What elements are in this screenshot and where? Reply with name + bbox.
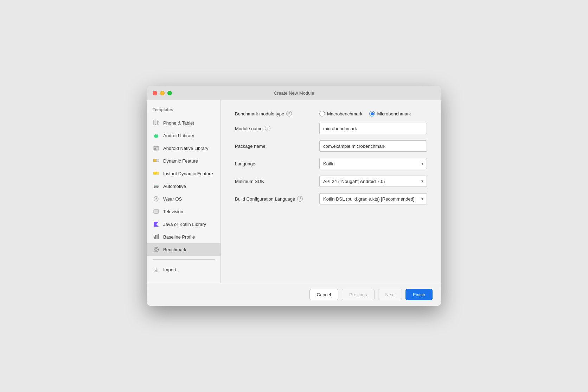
microbenchmark-option[interactable]: Microbenchmark xyxy=(369,111,411,116)
language-control: Kotlin Java xyxy=(319,158,427,169)
sidebar-item-java-kotlin-library[interactable]: Java or Kotlin Library xyxy=(147,218,220,230)
sidebar-divider xyxy=(153,259,215,260)
dynamic-feature-icon xyxy=(153,157,160,164)
sidebar-item-wear-os[interactable]: Wear OS xyxy=(147,192,220,205)
build-config-lang-select[interactable]: Kotlin DSL (build.gradle.kts) [Recommend… xyxy=(319,193,427,204)
baseline-profile-icon xyxy=(153,233,160,240)
close-button[interactable] xyxy=(153,91,157,95)
sidebar-item-android-library[interactable]: Android Library xyxy=(147,129,220,142)
maximize-button[interactable] xyxy=(167,91,172,95)
minimum-sdk-label: Minimum SDK xyxy=(235,179,319,184)
svg-point-42 xyxy=(155,248,157,251)
build-config-lang-help-icon[interactable]: ? xyxy=(297,196,303,202)
television-label: Television xyxy=(163,209,183,214)
svg-rect-35 xyxy=(155,214,157,214)
sidebar-item-benchmark[interactable]: Benchmark xyxy=(147,243,220,256)
instant-dynamic-feature-label: Instant Dynamic Feature xyxy=(163,171,213,176)
android-native-library-label: Android Native Library xyxy=(163,146,209,151)
module-name-row: Module name ? xyxy=(235,123,427,134)
package-name-control xyxy=(319,140,427,152)
sidebar-item-dynamic-feature[interactable]: Dynamic Feature xyxy=(147,154,220,167)
android-library-label: Android Library xyxy=(163,133,194,138)
module-name-input[interactable] xyxy=(319,123,427,134)
svg-rect-37 xyxy=(154,237,155,239)
language-label: Language xyxy=(235,161,319,166)
svg-rect-39 xyxy=(156,235,158,239)
benchmark-icon xyxy=(153,246,160,253)
svg-point-23 xyxy=(154,187,155,188)
module-name-control xyxy=(319,123,427,134)
svg-rect-11 xyxy=(154,149,156,150)
cancel-button[interactable]: Cancel xyxy=(309,289,338,300)
baseline-profile-label: Baseline Profile xyxy=(163,234,195,240)
benchmark-module-type-label: Benchmark module type ? xyxy=(235,111,319,116)
create-new-module-dialog: Create New Module Templates Phone & Tabl… xyxy=(147,86,441,306)
dialog-title: Create New Module xyxy=(274,90,314,96)
dynamic-feature-label: Dynamic Feature xyxy=(163,158,198,164)
minimize-button[interactable] xyxy=(160,91,165,95)
svg-rect-25 xyxy=(155,185,156,186)
automotive-icon xyxy=(153,183,160,190)
svg-rect-28 xyxy=(155,196,157,197)
form-area: Benchmark module type ? Macrobenchmark M… xyxy=(221,100,441,283)
package-name-row: Package name xyxy=(235,140,427,152)
svg-rect-40 xyxy=(158,234,159,239)
svg-rect-29 xyxy=(155,201,157,201)
macrobenchmark-label: Macrobenchmark xyxy=(327,111,362,116)
kotlin-library-icon xyxy=(153,221,160,228)
phone-tablet-icon xyxy=(153,119,160,126)
module-name-label: Module name ? xyxy=(235,126,319,131)
next-button[interactable]: Next xyxy=(378,289,402,300)
svg-rect-19 xyxy=(156,172,159,174)
svg-rect-15 xyxy=(156,159,159,162)
sidebar-item-baseline-profile[interactable]: Baseline Profile xyxy=(147,230,220,243)
svg-point-24 xyxy=(157,187,158,188)
minimum-sdk-select[interactable]: API 24 ("Nougat"; Android 7.0) API 21 ("… xyxy=(319,176,427,187)
instant-dynamic-feature-icon xyxy=(153,170,160,177)
benchmark-module-type-row: Benchmark module type ? Macrobenchmark M… xyxy=(235,111,427,116)
finish-button[interactable]: Finish xyxy=(405,289,433,300)
svg-rect-34 xyxy=(154,210,158,213)
module-name-help-icon[interactable]: ? xyxy=(265,126,270,131)
android-library-icon xyxy=(153,132,160,139)
svg-rect-17 xyxy=(154,172,156,174)
build-config-lang-control: Kotlin DSL (build.gradle.kts) [Recommend… xyxy=(319,193,427,204)
benchmark-type-radio-group: Macrobenchmark Microbenchmark xyxy=(319,111,427,116)
sidebar-item-automotive[interactable]: Automotive xyxy=(147,180,220,192)
television-icon xyxy=(153,208,160,215)
language-select[interactable]: Kotlin Java xyxy=(319,158,427,169)
import-label: Import... xyxy=(163,267,180,272)
build-config-lang-row: Build Configuration Language ? Kotlin DS… xyxy=(235,193,427,204)
benchmark-module-type-help-icon[interactable]: ? xyxy=(286,111,292,116)
svg-rect-7 xyxy=(154,135,158,137)
sidebar-item-phone-tablet[interactable]: Phone & Tablet xyxy=(147,116,220,129)
macrobenchmark-option[interactable]: Macrobenchmark xyxy=(319,111,362,116)
minimum-sdk-row: Minimum SDK API 24 ("Nougat"; Android 7.… xyxy=(235,176,427,187)
package-name-input[interactable] xyxy=(319,140,427,152)
svg-marker-36 xyxy=(154,222,159,227)
svg-rect-13 xyxy=(154,159,156,162)
microbenchmark-label: Microbenchmark xyxy=(377,111,411,116)
java-kotlin-library-label: Java or Kotlin Library xyxy=(163,222,206,227)
sidebar-item-television[interactable]: Television xyxy=(147,205,220,218)
package-name-label: Package name xyxy=(235,144,319,149)
microbenchmark-radio[interactable] xyxy=(369,111,375,116)
sidebar-item-android-native-library[interactable]: Android Native Library xyxy=(147,142,220,154)
svg-rect-26 xyxy=(156,185,158,186)
phone-tablet-label: Phone & Tablet xyxy=(163,120,194,126)
wear-os-icon xyxy=(153,195,160,202)
language-row: Language Kotlin Java xyxy=(235,158,427,169)
minimum-sdk-control: API 24 ("Nougat"; Android 7.0) API 21 ("… xyxy=(319,176,427,187)
svg-rect-3 xyxy=(158,121,159,124)
svg-point-2 xyxy=(155,124,156,125)
sidebar-item-import[interactable]: Import... xyxy=(147,263,220,276)
main-content: Templates Phone & Tablet xyxy=(147,100,441,283)
title-bar: Create New Module xyxy=(147,86,441,100)
footer: Cancel Previous Next Finish xyxy=(147,283,441,306)
benchmark-module-type-control: Macrobenchmark Microbenchmark xyxy=(319,111,427,116)
automotive-label: Automotive xyxy=(163,184,186,189)
previous-button[interactable]: Previous xyxy=(342,289,375,300)
sidebar-item-instant-dynamic-feature[interactable]: Instant Dynamic Feature xyxy=(147,167,220,180)
macrobenchmark-radio[interactable] xyxy=(319,111,325,116)
benchmark-label: Benchmark xyxy=(163,247,186,252)
